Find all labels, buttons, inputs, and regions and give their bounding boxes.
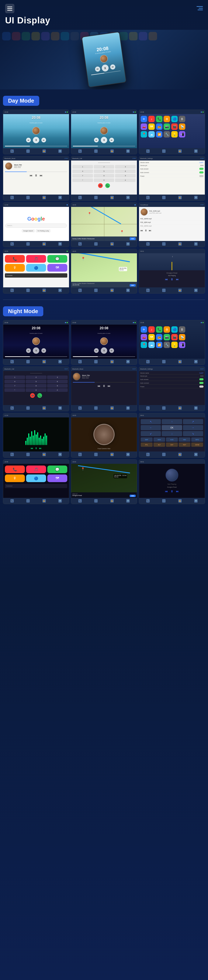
key-9[interactable]: 9 — [115, 174, 136, 178]
prev-btn-2[interactable]: ⏮ — [94, 138, 99, 142]
app-waze[interactable]: 🔵 — [171, 116, 178, 122]
nav-extra-1[interactable]: RTL — [141, 442, 153, 447]
nav-extra-4[interactable]: NGT — [179, 442, 191, 447]
next-btn-2[interactable]: ⏭ — [109, 138, 114, 142]
night-key-0[interactable]: 0 — [26, 388, 46, 392]
night-dvr[interactable]: 📡 — [179, 334, 185, 340]
hero-play-btn[interactable]: ⏸ — [101, 64, 109, 72]
local-play[interactable]: ⏸ — [145, 229, 147, 232]
app-weather[interactable]: ☁ — [148, 131, 155, 137]
app-telegram[interactable]: ✈ — [141, 116, 147, 122]
night-ios-music[interactable]: 🎵 — [26, 466, 46, 473]
night-power-toggle[interactable] — [199, 385, 203, 388]
local-item-2[interactable]: 华乐_9{RE.mp3 — [140, 221, 203, 224]
nav-extra-3[interactable]: DAY — [166, 442, 178, 447]
night-app-music[interactable]: ♪ — [148, 326, 155, 333]
night-nav-go[interactable]: GO — [130, 495, 136, 497]
night-np-prev[interactable]: ⏮ — [165, 490, 168, 493]
night-auto-answer-toggle[interactable] — [199, 378, 203, 380]
night-key-8[interactable]: 8 — [26, 384, 46, 388]
night-app-grid-screen[interactable]: 20:08 ✈ ♪ 📞 ⚙ 🔵 B — [139, 320, 205, 365]
app-connect[interactable]: 📲 — [179, 131, 185, 137]
night-auto-connect-toggle[interactable] — [199, 382, 203, 384]
app-gps[interactable]: 📍 — [141, 131, 147, 137]
bt-call-screen[interactable]: Bluetooth_Call 17:04 ────────── 1 2 3 4 … — [71, 156, 137, 201]
key-6[interactable]: 6 — [115, 169, 136, 173]
night-next-1[interactable]: ⏭ — [41, 348, 46, 353]
app-camera[interactable]: 📷 — [164, 124, 170, 130]
ios-podcast-app[interactable]: 🎙 — [5, 264, 25, 272]
now-playing-screen[interactable]: 08:01 ↑ Donglue Road Not Playing ⏮ ⏸ — [139, 249, 205, 294]
np-next-icon[interactable]: ⏭ — [176, 278, 179, 281]
bt-play[interactable]: ⏸ — [35, 174, 38, 177]
night-bt-call-screen[interactable]: Bluetooth_Call 11:17 ────────── 1 2 3 4 … — [3, 366, 69, 411]
ios-maps-app[interactable]: 🗺 — [47, 264, 67, 272]
key-3[interactable]: 3 — [115, 165, 136, 169]
key-star[interactable]: * — [72, 178, 93, 182]
night-app-phone[interactable]: 📞 — [156, 326, 162, 333]
night-app-settings[interactable]: ⚙ — [164, 326, 170, 333]
night-ios-waze[interactable]: 🔵 — [26, 474, 46, 482]
night-app-waze[interactable]: 🔵 — [171, 326, 178, 333]
nav-center-btn[interactable]: OK — [162, 425, 182, 430]
menu-button[interactable] — [5, 4, 14, 13]
app-maps[interactable]: 🗺 — [148, 124, 155, 130]
app-phone[interactable]: 📞 — [156, 116, 162, 122]
google-screen[interactable]: 11:54 Google Search... Google Search I'm… — [3, 202, 69, 247]
night-bt-settings-screen[interactable]: Bluetooth_Settings 11:17 Device name Car… — [139, 366, 205, 411]
local-item-1[interactable]: 华乐_9{RE8.mp3 — [140, 217, 203, 221]
day-music-screen-1[interactable]: 20:08 20:08 Awaiting glass of water ⏮ ⏸ … — [3, 110, 69, 154]
night-np-next[interactable]: ⏭ — [176, 490, 179, 493]
night-bt-play[interactable]: ⏸ — [102, 384, 106, 388]
night-nav-ctrl-screen[interactable]: 08:01 ↖ ↑ ↗ ← OK → ↙ ↓ ↘ — [139, 413, 205, 458]
night-large-nav-screen[interactable]: 18:03 📍 18:19 ETA 3.0 mi 9.0 mi Start on — [71, 459, 137, 504]
large-nav-go[interactable]: GO — [130, 284, 136, 286]
np-play-icon[interactable]: ⏸ — [170, 278, 173, 281]
auto-connect-toggle[interactable] — [199, 171, 203, 173]
hero-prev-btn[interactable]: ⏮ — [95, 66, 100, 72]
night-maps[interactable]: 🗺 — [148, 334, 155, 340]
night-bt-prev[interactable]: ⏮ — [98, 384, 100, 388]
key-5[interactable]: 5 — [94, 169, 114, 173]
night-key-3[interactable]: 3 — [47, 375, 68, 379]
app-bt[interactable]: B — [179, 116, 185, 122]
call-answer-btn[interactable]: 📞 — [105, 183, 110, 188]
night-key-9[interactable]: 9 — [47, 384, 68, 388]
wave-play[interactable]: ⏸ — [35, 447, 37, 450]
play-btn-2[interactable]: ⏸ — [101, 137, 107, 143]
ios-messages-app[interactable]: 💬 — [47, 255, 67, 262]
nav-arrow-right[interactable]: → — [183, 425, 203, 430]
night-key-7[interactable]: 7 — [5, 384, 25, 388]
local-next[interactable]: ⏭ — [149, 229, 151, 232]
night-light[interactable]: 💡 — [171, 342, 178, 348]
night-video[interactable]: 🎬 — [171, 334, 178, 340]
night-now-playing-screen[interactable]: 08:01 Not Playing Donglue Road ⏮ ⏸ ⏭ 📞 🎵… — [139, 459, 205, 504]
nav-fn-3[interactable]: AUD — [166, 438, 178, 442]
night-app-telegram[interactable]: ✈ — [141, 326, 147, 333]
bt-prev[interactable]: ⏮ — [30, 174, 33, 177]
bt-music-screen[interactable]: Bluetooth_Music 17:04 Music Title Music … — [3, 156, 69, 201]
night-app-bt[interactable]: B — [179, 326, 185, 333]
app-carplay[interactable]: 🚗 — [141, 124, 147, 130]
night-music-screen-2[interactable]: 20:08 20:08 Awaiting glass of water ⏮ ⏸ … — [71, 320, 137, 365]
nav-arrow-left[interactable]: ← — [141, 425, 161, 430]
night-play-2[interactable]: ⏸ — [101, 347, 107, 354]
nav-arrow-downright[interactable]: ↘ — [183, 431, 203, 436]
call-end-btn[interactable]: 📵 — [98, 183, 103, 188]
nav-fn-4[interactable]: NAV — [179, 438, 191, 442]
night-answer-btn[interactable]: 📞 — [37, 393, 42, 398]
app-music[interactable]: ♪ — [148, 116, 155, 122]
key-7[interactable]: 7 — [72, 174, 93, 178]
night-carplay[interactable]: 🚗 — [141, 334, 147, 340]
local-item-3[interactable]: 华乐_9{RE8.mp3 — [140, 224, 203, 228]
night-signal[interactable]: 📶 — [156, 342, 162, 348]
google-lucky-btn[interactable]: I'm Feeling Lucky — [36, 229, 50, 232]
night-connect[interactable]: 📲 — [179, 342, 185, 348]
nav-fn-1[interactable]: MAP — [141, 438, 153, 442]
local-prev[interactable]: ⏮ — [140, 229, 143, 232]
night-end-btn[interactable]: 📵 — [30, 393, 35, 398]
nav-extra-2[interactable]: ALT — [153, 442, 165, 447]
night-tools[interactable]: 🔧 — [164, 342, 170, 348]
key-0[interactable]: 0 — [94, 178, 114, 182]
bt-next[interactable]: ⏭ — [40, 174, 43, 177]
